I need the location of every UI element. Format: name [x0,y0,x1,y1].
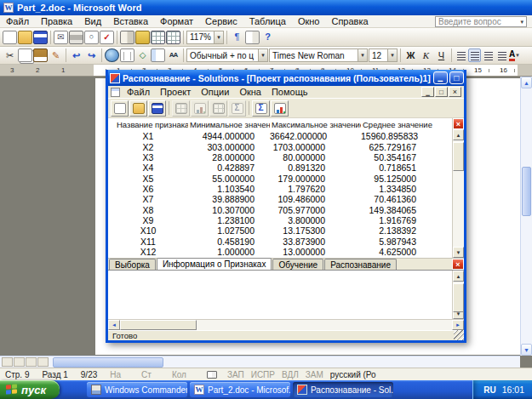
print-layout-view-icon[interactable] [26,357,37,367]
taskbar-item[interactable]: Windows Commander [87,382,187,397]
normal-view-icon[interactable] [2,357,13,367]
styles-icon[interactable] [166,48,180,62]
font-combo[interactable]: Times New Roman ▾ [269,48,368,62]
web-layout-view-icon[interactable] [14,357,25,367]
table-scrollbar[interactable]: ▲ ▼ [452,118,464,258]
taskbar-item[interactable]: Распознавание - Sol... [293,382,393,397]
redo-icon[interactable] [84,48,99,62]
paste-icon[interactable] [33,48,48,62]
table-row[interactable]: X61.1035401.7976201.334850 [108,184,452,194]
scrollbar-track[interactable] [453,282,464,308]
mdi-close-button[interactable] [449,87,461,97]
scrollbar-thumb[interactable] [453,283,464,312]
taskbar-item[interactable]: Part_2.doc - Microsof... [190,382,290,397]
help-icon[interactable] [260,31,275,44]
chevron-down-icon[interactable]: ▾ [358,49,367,61]
scrollbar-thumb[interactable] [53,357,163,368]
table-row[interactable]: X40.4288970.8913200.718651 [108,162,452,173]
print-preview-icon[interactable] [84,31,99,44]
language-indicator[interactable]: RU [483,385,495,395]
research-icon[interactable] [120,31,134,44]
font-size-combo[interactable]: 12 ▾ [369,48,398,62]
save-icon[interactable] [33,31,48,44]
copy-icon[interactable] [18,48,32,62]
permission-icon[interactable] [135,31,150,44]
chevron-down-icon[interactable]: ▾ [387,49,397,61]
word-menu-item-8[interactable]: Окно [292,15,326,27]
app-menu-item-5[interactable]: Помощь [266,87,313,97]
word-menu-item-4[interactable]: Вставка [107,15,154,27]
document-map-icon[interactable] [151,48,165,62]
font-color-button[interactable]: А ▾ [509,48,524,62]
tab-item[interactable]: Обучение [272,259,323,270]
mdi-minimize-button[interactable] [421,87,434,97]
word-menu-item-1[interactable]: Файл [0,15,35,27]
hyperlink-icon[interactable] [105,48,119,62]
bold-button[interactable]: Ж [403,48,418,62]
chevron-down-icon[interactable]: ▾ [258,49,267,61]
table-row[interactable]: X91.2381003.8000001.916769 [108,215,452,225]
scrollbar-thumb[interactable] [120,320,197,330]
scroll-up-icon[interactable]: ▲ [453,271,464,282]
app-menu-item-1[interactable]: Файл [122,87,155,97]
insert-table-icon[interactable] [166,31,180,44]
close-panel-button[interactable] [453,118,464,129]
scroll-left-icon[interactable]: ◄ [108,320,120,330]
panel-scrollbar[interactable]: ▲ ▼ [452,271,464,319]
tab-active[interactable]: Информация о Признаках [157,258,272,270]
word-menu-item-2[interactable]: Правка [35,15,78,27]
tab-item[interactable]: Выборка [109,259,156,270]
align-right-icon[interactable] [482,48,495,62]
spelling-icon[interactable] [100,31,114,44]
app-menu-item-2[interactable]: Проект [155,87,196,97]
new-document-icon[interactable] [3,31,17,44]
show-paragraph-icon[interactable] [230,31,244,44]
word-menu-item-3[interactable]: Вид [78,15,107,27]
drawing-icon[interactable] [135,48,150,62]
scroll-up-icon[interactable]: ▲ [521,77,532,88]
scrollbar-thumb[interactable] [522,167,531,216]
table-row[interactable]: X14944.00000036642.00000015960.895833 [108,131,452,141]
scrollbar-track[interactable] [120,320,452,330]
new-document-icon-button[interactable] [111,100,129,117]
zoom-combo[interactable]: 117% ▾ [186,31,224,44]
table-row[interactable]: X101.02750013.1753002.138392 [108,225,452,236]
close-panel-button[interactable] [452,259,464,270]
lower-panel-content[interactable] [108,271,452,319]
tab-item[interactable]: Распознавание [324,259,397,270]
scroll-down-icon[interactable]: ▼ [521,344,532,356]
word-vertical-scrollbar[interactable]: ▲ ▼ [520,77,532,356]
align-justify-icon[interactable] [495,48,508,62]
minimize-button[interactable] [433,71,448,84]
word-menu-item-9[interactable]: Справка [325,15,374,27]
align-left-icon[interactable] [455,48,467,62]
app-horizontal-scrollbar[interactable]: ◄ ► [108,319,464,330]
mdi-restore-button[interactable] [435,87,448,97]
scrollbar-track[interactable] [51,357,518,368]
table-row[interactable]: X739.888900109.48600070.461360 [108,194,452,204]
word-menu-item-5[interactable]: Формат [154,15,199,27]
chart-tool-icon-button[interactable] [271,100,289,117]
save-icon-button[interactable] [148,100,166,117]
tables-borders-icon[interactable] [151,31,165,44]
resize-grip[interactable] [454,330,464,340]
undo-icon[interactable] [69,48,83,62]
print-icon[interactable] [69,31,83,44]
outline-view-icon[interactable] [37,357,49,367]
app-menu-item-3[interactable]: Опции [196,87,234,97]
scroll-right-icon[interactable]: ► [452,320,464,330]
question-box[interactable]: Введите вопрос ▾ [435,16,527,27]
word-menu-item-6[interactable]: Сервис [199,15,243,27]
open-icon[interactable] [18,31,32,44]
sigma-tool-icon-button[interactable] [252,100,270,117]
start-button[interactable]: пуск [0,380,60,399]
table-row[interactable]: X555.000000179.00000095.125000 [108,173,452,183]
italic-button[interactable]: К [419,48,433,62]
read-mode-icon[interactable] [245,31,260,44]
word-horizontal-scrollbar[interactable] [0,356,520,368]
scrollbar-track[interactable] [453,140,464,247]
style-combo[interactable]: Обычный + по ц ▾ [186,48,268,62]
chevron-down-icon[interactable]: ▾ [214,31,223,43]
scroll-down-icon[interactable]: ▼ [453,247,464,258]
scrollbar-track[interactable] [521,88,532,344]
